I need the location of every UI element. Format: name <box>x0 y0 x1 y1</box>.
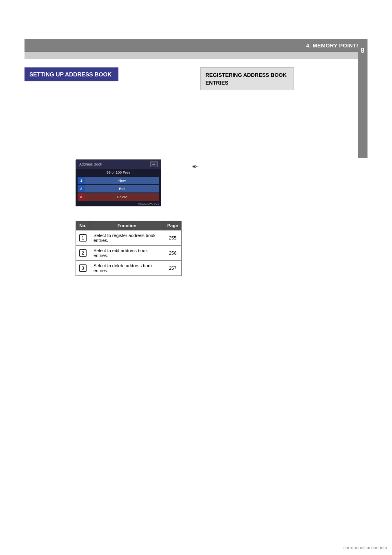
top-header-bar: 4. MEMORY POINTS <box>24 39 368 52</box>
address-book-title-bar: Address Book ↩ <box>76 160 161 169</box>
left-section-heading-text: SETTING UP ADDRESS BOOK <box>29 71 111 78</box>
address-book-free-count: 99 of 100 Free <box>76 169 161 176</box>
function-table: No. Function Page 1 Select to register a… <box>76 221 182 276</box>
address-book-image-code: MEM030wCTUS <box>76 201 161 206</box>
row1-function: Select to register address book entries. <box>90 231 164 246</box>
row3-function: Select to delete address book entries. <box>90 261 164 276</box>
address-book-back-button[interactable]: ↩ <box>150 161 158 167</box>
table-row: 2 Select to edit address book entries. 2… <box>76 246 182 261</box>
tip-icon: ✒ <box>192 162 198 171</box>
row3-page: 257 <box>164 261 181 276</box>
section-number-badge: 8 <box>358 44 368 158</box>
left-section-heading-box: SETTING UP ADDRESS BOOK <box>24 67 118 81</box>
right-section-heading-text: REGISTERING ADDRESS BOOK ENTRIES <box>205 72 287 86</box>
row1-num-badge: 1 <box>79 234 87 242</box>
address-book-delete-label: Delete <box>85 194 159 200</box>
table-row: 3 Select to delete address book entries.… <box>76 261 182 276</box>
row2-page: 256 <box>164 246 181 261</box>
row1-num: 1 <box>76 231 90 246</box>
col-header-page: Page <box>164 221 181 231</box>
address-book-edit-label: Edit <box>85 186 159 192</box>
right-section-heading-box: REGISTERING ADDRESS BOOK ENTRIES <box>200 67 294 90</box>
section-number: 8 <box>361 47 365 54</box>
address-book-screen: Address Book ↩ 99 of 100 Free 1 New 2 Ed… <box>76 159 161 206</box>
address-book-new-item[interactable]: 1 New <box>78 177 159 184</box>
address-book-delete-num: 3 <box>78 193 85 201</box>
address-book-edit-item[interactable]: 2 Edit <box>78 185 159 192</box>
row2-num-badge: 2 <box>79 249 87 257</box>
address-book-edit-num: 2 <box>78 185 85 192</box>
bottom-logo: carmanualsonline.info <box>343 545 387 550</box>
row1-page: 255 <box>164 231 181 246</box>
row3-num-badge: 3 <box>79 264 87 272</box>
table-row: 1 Select to register address book entrie… <box>76 231 182 246</box>
address-book-new-label: New <box>85 177 159 184</box>
sub-header-bar <box>24 52 368 59</box>
table-header-row: No. Function Page <box>76 221 182 231</box>
col-header-function: Function <box>90 221 164 231</box>
address-book-delete-item[interactable]: 3 Delete <box>78 193 159 201</box>
address-book-new-num: 1 <box>78 177 85 184</box>
address-book-title: Address Book <box>79 162 102 166</box>
row3-num: 3 <box>76 261 90 276</box>
col-header-no: No. <box>76 221 90 231</box>
row2-num: 2 <box>76 246 90 261</box>
section-header-text: 4. MEMORY POINTS <box>306 43 360 49</box>
row2-function: Select to edit address book entries. <box>90 246 164 261</box>
